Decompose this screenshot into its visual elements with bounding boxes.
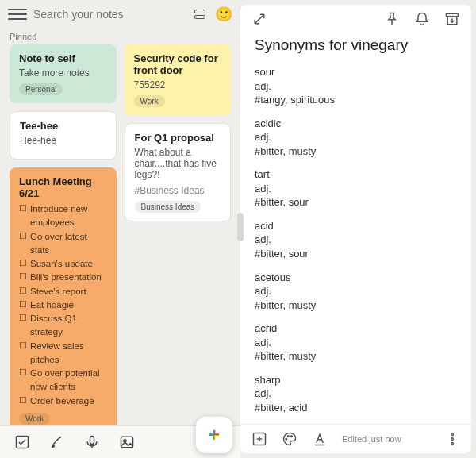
note-checklist: Introduce new employeesGo over latest st… bbox=[19, 202, 107, 408]
detail-body[interactable]: sour adj. #tangy, spirituousacidic adj. … bbox=[255, 65, 457, 424]
checklist-item[interactable]: Introduce new employees bbox=[19, 202, 107, 230]
checklist-item[interactable]: Susan's update bbox=[19, 257, 107, 271]
note-card[interactable]: Note to self Take more notes Personal bbox=[10, 44, 117, 103]
note-body: What about a chair....that has five legs… bbox=[135, 147, 221, 180]
synonym-entry: tart adj. #bitter, sour bbox=[255, 167, 457, 210]
checklist-item[interactable]: Bill's presentation bbox=[19, 271, 107, 284]
synonym-entry: acidic adj. #bitter, musty bbox=[255, 117, 457, 159]
note-tag[interactable]: Personal bbox=[19, 83, 63, 95]
note-tag[interactable]: Work bbox=[19, 413, 50, 425]
note-body: Take more notes bbox=[19, 67, 107, 79]
note-body: 755292 bbox=[134, 79, 222, 90]
detail-title[interactable]: Synonyms for vinegary bbox=[255, 37, 457, 54]
reminder-icon[interactable] bbox=[414, 11, 430, 27]
note-title: Lunch Meeting 6/21 bbox=[19, 175, 107, 199]
checklist-item[interactable]: Order beverage bbox=[19, 394, 107, 408]
note-card[interactable]: Lunch Meeting 6/21 Introduce new employe… bbox=[10, 167, 117, 433]
checkbox-icon[interactable] bbox=[14, 434, 30, 450]
new-note-button[interactable]: + bbox=[196, 417, 232, 453]
section-pinned: Pinned bbox=[0, 29, 240, 44]
checklist-item[interactable]: Go over potential new clients bbox=[19, 367, 107, 394]
synonym-entry: acetous adj. #bitter, musty bbox=[255, 271, 457, 313]
archive-icon[interactable] bbox=[444, 11, 460, 27]
note-title: Note to self bbox=[19, 52, 107, 64]
account-avatar[interactable]: 🙂 bbox=[215, 6, 232, 23]
mic-icon[interactable] bbox=[84, 434, 100, 450]
checklist-item[interactable]: Eat hoagie bbox=[19, 298, 107, 312]
svg-point-11 bbox=[451, 443, 454, 445]
svg-point-9 bbox=[451, 433, 454, 436]
expand-icon[interactable] bbox=[251, 11, 267, 27]
note-title: Security code for front door bbox=[134, 52, 222, 76]
text-format-icon[interactable] bbox=[312, 431, 328, 447]
checklist-item[interactable]: Discuss Q1 strategy bbox=[19, 312, 107, 340]
note-title: Tee-hee bbox=[20, 120, 106, 132]
pin-icon[interactable] bbox=[384, 11, 400, 27]
svg-point-7 bbox=[288, 436, 290, 437]
svg-rect-2 bbox=[121, 437, 133, 447]
svg-point-10 bbox=[451, 438, 454, 441]
palette-icon[interactable] bbox=[282, 431, 298, 447]
svg-rect-1 bbox=[90, 437, 94, 445]
checklist-item[interactable]: Review sales pitches bbox=[19, 340, 107, 368]
image-icon[interactable] bbox=[119, 434, 135, 450]
search-input[interactable] bbox=[33, 8, 185, 21]
note-card[interactable]: For Q1 proposal What about a chair....th… bbox=[125, 123, 232, 221]
checklist-item[interactable]: Go over latest stats bbox=[19, 230, 107, 258]
edited-label: Edited just now bbox=[342, 434, 401, 444]
svg-rect-4 bbox=[447, 13, 459, 16]
note-title: For Q1 proposal bbox=[135, 132, 221, 144]
synonym-entry: acid adj. #bitter, sour bbox=[255, 219, 457, 261]
view-toggle-icon[interactable] bbox=[191, 6, 209, 23]
svg-point-8 bbox=[291, 436, 293, 437]
split-handle[interactable] bbox=[237, 213, 244, 241]
note-card[interactable]: Tee-hee Hee-hee bbox=[10, 111, 117, 160]
note-body: Hee-hee bbox=[20, 135, 106, 146]
note-card[interactable]: Security code for front door 755292 Work bbox=[125, 44, 232, 115]
note-tag[interactable]: Work bbox=[134, 95, 165, 107]
menu-icon[interactable] bbox=[8, 5, 27, 24]
more-icon[interactable] bbox=[444, 431, 460, 447]
note-tag[interactable]: Business Ideas bbox=[135, 201, 202, 213]
synonym-entry: acrid adj. #bitter, musty bbox=[255, 321, 457, 364]
note-hashtag: #Business Ideas bbox=[135, 185, 221, 196]
checklist-item[interactable]: Steve's report bbox=[19, 285, 107, 298]
synonym-entry: sour adj. #tangy, spirituous bbox=[255, 65, 457, 107]
brush-icon[interactable] bbox=[49, 434, 65, 450]
synonym-entry: sharp adj. #bitter, acid bbox=[255, 373, 457, 415]
svg-point-6 bbox=[286, 438, 287, 440]
add-icon[interactable] bbox=[251, 431, 267, 447]
